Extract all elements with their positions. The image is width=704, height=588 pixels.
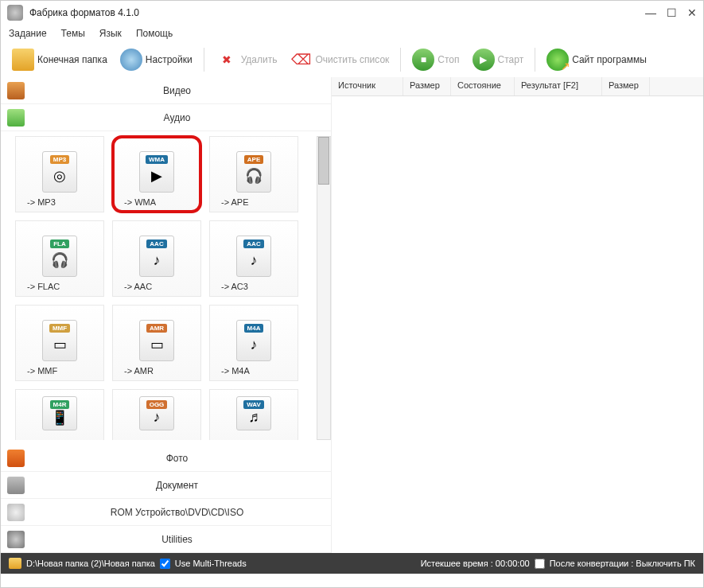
format-aac[interactable]: AAC♪-> AC3 xyxy=(209,220,298,297)
toolbar: Конечная папка Настройки Удалить Очистит… xyxy=(1,45,703,77)
photo-label: Фото xyxy=(29,453,325,464)
format-ogg[interactable]: OGG♪ xyxy=(112,389,201,440)
maximize-button[interactable]: ☐ xyxy=(667,8,676,18)
menu-help[interactable]: Помощь xyxy=(136,28,173,39)
format-fla[interactable]: FLA🎧-> FLAC xyxy=(15,220,104,297)
menu-themes[interactable]: Темы xyxy=(61,28,85,39)
format-symbol-icon: ♪ xyxy=(251,252,258,269)
format-badge: WMA xyxy=(146,155,168,164)
scrollbar-thumb[interactable] xyxy=(318,137,329,185)
file-icon: AAC♪ xyxy=(236,236,271,277)
utilities-label: Utilities xyxy=(29,534,325,545)
format-symbol-icon: ▭ xyxy=(150,336,164,353)
format-m4a[interactable]: M4A♪-> M4A xyxy=(209,305,298,381)
clear-label: Очистить список xyxy=(315,54,389,65)
after-convert-checkbox[interactable] xyxy=(535,559,545,569)
category-panel: Видео Аудио MP3◎-> MP3WMA▶-> WMAAPE🎧-> A… xyxy=(1,77,332,553)
format-badge: AMR xyxy=(146,324,167,333)
format-symbol-icon: ▶ xyxy=(151,167,162,185)
format-badge: FLA xyxy=(50,239,69,248)
format-symbol-icon: ♪ xyxy=(154,252,161,269)
format-badge: MMF xyxy=(49,324,70,333)
format-badge: AAC xyxy=(146,239,166,248)
format-mmf[interactable]: MMF▭-> MMF xyxy=(15,305,104,381)
format-label: -> MP3 xyxy=(21,197,56,207)
start-button[interactable]: Старт xyxy=(468,47,529,72)
clear-list-button[interactable]: Очистить список xyxy=(285,47,394,72)
menu-task[interactable]: Задание xyxy=(9,28,47,39)
close-button[interactable]: ✕ xyxy=(687,8,697,18)
file-icon: AAC♪ xyxy=(139,236,174,277)
format-aac[interactable]: AAC♪-> AAC xyxy=(112,220,201,297)
format-ape[interactable]: APE🎧-> APE xyxy=(209,136,298,212)
col-result[interactable]: Результат [F2] xyxy=(515,77,602,95)
file-icon: FLA🎧 xyxy=(42,236,77,277)
stop-button[interactable]: Стоп xyxy=(407,47,464,72)
col-status[interactable]: Состояние xyxy=(451,77,515,95)
format-m4r[interactable]: M4R📱 xyxy=(15,389,104,440)
minimize-button[interactable]: — xyxy=(646,8,655,18)
format-symbol-icon: ▭ xyxy=(53,336,67,353)
format-mp3[interactable]: MP3◎-> MP3 xyxy=(15,136,104,212)
website-button[interactable]: Сайт программы xyxy=(542,47,651,72)
format-amr[interactable]: AMR▭-> AMR xyxy=(112,305,201,381)
col-size[interactable]: Размер xyxy=(403,77,451,95)
format-label: -> AC3 xyxy=(215,282,248,291)
stop-label: Стоп xyxy=(438,54,459,65)
audio-label: Аудио xyxy=(29,112,325,123)
document-label: Документ xyxy=(29,480,325,491)
document-icon xyxy=(7,477,25,494)
photo-icon xyxy=(7,450,25,467)
audio-icon xyxy=(7,109,25,127)
col-size2[interactable]: Размер xyxy=(602,77,650,95)
output-folder-button[interactable]: Конечная папка xyxy=(7,47,112,72)
format-label: -> AAC xyxy=(118,282,152,291)
clear-icon xyxy=(290,49,312,71)
output-path[interactable]: D:\Новая папка (2)\Новая папка xyxy=(26,559,155,568)
format-wav[interactable]: WAV♬ xyxy=(209,389,298,440)
col-source[interactable]: Источник xyxy=(332,77,403,95)
table-header: Источник Размер Состояние Результат [F2]… xyxy=(332,77,703,96)
stop-icon xyxy=(412,49,434,71)
format-label: -> AMR xyxy=(118,366,154,376)
formats-area: MP3◎-> MP3WMA▶-> WMAAPE🎧-> APEFLA🎧-> FLA… xyxy=(1,131,331,445)
category-rom[interactable]: ROM Устройство\DVD\CD\ISO xyxy=(1,499,331,526)
format-badge: AAC xyxy=(243,239,263,248)
category-photo[interactable]: Фото xyxy=(1,445,331,472)
format-symbol-icon: 📱 xyxy=(51,409,68,426)
delete-label: Удалить xyxy=(241,54,278,65)
menu-language[interactable]: Язык xyxy=(99,28,122,39)
rom-icon xyxy=(7,504,25,521)
elapsed-time: Истекшее время : 00:00:00 xyxy=(421,559,530,568)
gear-icon xyxy=(120,49,142,71)
file-icon: AMR▭ xyxy=(139,320,174,361)
window-title: Фабрика форматов 4.1.0 xyxy=(29,7,646,18)
format-label: -> APE xyxy=(215,197,249,207)
category-utilities[interactable]: Utilities xyxy=(1,526,331,553)
multithreads-checkbox[interactable] xyxy=(160,559,170,569)
format-wma[interactable]: WMA▶-> WMA xyxy=(112,136,201,212)
format-badge: M4R xyxy=(50,400,70,409)
file-icon: MP3◎ xyxy=(42,151,77,193)
multithreads-label: Use Multi-Threads xyxy=(175,559,247,568)
folder-icon[interactable] xyxy=(9,558,21,569)
file-icon: M4R📱 xyxy=(42,396,77,430)
format-symbol-icon: ◎ xyxy=(53,167,66,185)
format-label: -> MMF xyxy=(21,366,57,376)
file-icon: APE🎧 xyxy=(236,151,271,193)
file-icon: WMA▶ xyxy=(139,151,174,193)
format-symbol-icon: 🎧 xyxy=(51,251,68,269)
category-video[interactable]: Видео xyxy=(1,77,331,104)
website-label: Сайт программы xyxy=(572,54,647,65)
menubar: Задание Темы Язык Помощь xyxy=(1,25,703,45)
format-badge: M4A xyxy=(244,324,264,333)
file-icon: WAV♬ xyxy=(236,396,271,430)
folder-icon xyxy=(12,49,34,71)
delete-button[interactable]: Удалить xyxy=(211,47,282,72)
category-audio[interactable]: Аудио xyxy=(1,104,331,131)
category-document[interactable]: Документ xyxy=(1,472,331,499)
format-symbol-icon: ♪ xyxy=(154,409,161,426)
start-icon xyxy=(473,49,495,71)
scrollbar[interactable] xyxy=(317,136,331,440)
settings-button[interactable]: Настройки xyxy=(115,47,197,72)
